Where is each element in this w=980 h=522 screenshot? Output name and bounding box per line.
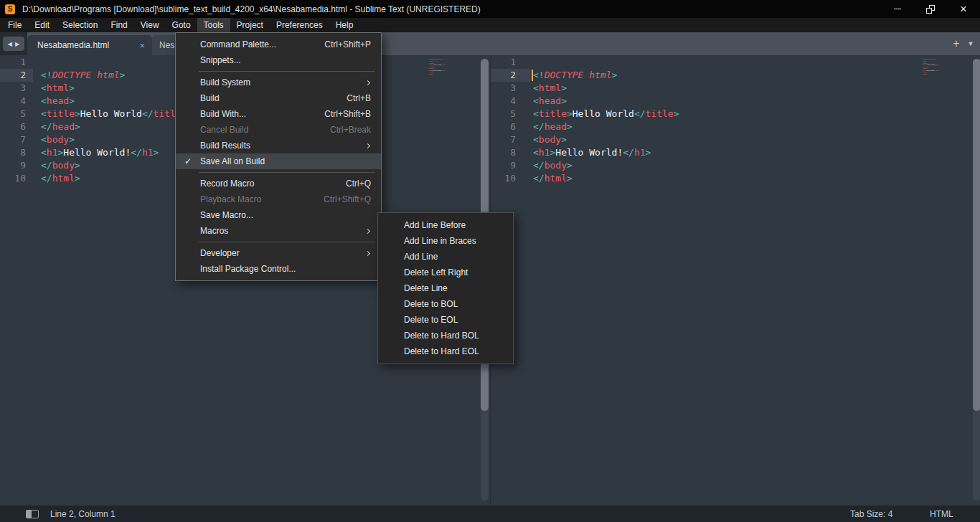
close-icon: × xyxy=(960,4,966,15)
code-line-2[interactable]: 2<!DOCTYPE html> xyxy=(491,69,980,82)
line-number[interactable]: 6 xyxy=(491,120,530,133)
tab-nesabamedia[interactable]: Nesabamedia.html × xyxy=(27,35,152,55)
menu-item-build-system[interactable]: Build System xyxy=(176,75,381,90)
menubar-item-preferences[interactable]: Preferences xyxy=(270,18,329,32)
line-number[interactable]: 5 xyxy=(491,108,530,120)
code-line-8[interactable]: 8<h1>Hello World!</h1> xyxy=(491,146,980,159)
line-number[interactable]: 3 xyxy=(491,82,530,95)
submenu-item-delete-to-bol[interactable]: Delete to BOL xyxy=(378,296,513,312)
line-number[interactable]: 5 xyxy=(0,108,33,120)
code-line-6[interactable]: 6</head> xyxy=(491,120,980,133)
menubar-item-selection[interactable]: Selection xyxy=(56,18,104,32)
code-line-10[interactable]: 10</html> xyxy=(491,172,980,185)
sublime-logo-icon: S xyxy=(5,4,15,14)
submenu-item-delete-left-right[interactable]: Delete Left Right xyxy=(378,265,513,280)
tab-overflow-icon[interactable]: ▼ xyxy=(964,35,977,52)
menu-item-build-with[interactable]: Build With...Ctrl+Shift+B xyxy=(176,106,381,122)
menubar-item-edit[interactable]: Edit xyxy=(28,18,56,32)
line-number[interactable]: 10 xyxy=(491,172,530,185)
syntax-status[interactable]: HTML xyxy=(930,509,953,519)
menu-item-playback-macro[interactable]: Playback MacroCtrl+Shift+Q xyxy=(176,191,381,207)
menubar-item-goto[interactable]: Goto xyxy=(166,18,197,32)
line-number[interactable]: 7 xyxy=(491,133,530,146)
line-number[interactable]: 9 xyxy=(0,159,33,172)
restore-icon xyxy=(926,5,935,14)
code-text: </html> xyxy=(530,172,573,185)
code-text: </body> xyxy=(530,159,573,172)
tab-scroll-right-icon[interactable]: ▶ xyxy=(15,41,19,47)
line-number[interactable]: 2 xyxy=(491,69,530,82)
submenu-item-delete-to-eol[interactable]: Delete to EOL xyxy=(378,312,513,328)
menu-item-macros[interactable]: Macros xyxy=(176,223,381,239)
submenu-arrow-icon xyxy=(365,80,370,85)
menu-item-snippets[interactable]: Snippets... xyxy=(176,52,381,68)
tab-bar: ◀ ▶ Nesabamedia.html × Nesa + ▼ xyxy=(0,32,980,55)
restore-button[interactable] xyxy=(914,0,947,18)
menubar-item-file[interactable]: File xyxy=(1,18,28,32)
tab-close-icon[interactable]: × xyxy=(139,40,145,51)
code-line-3[interactable]: 3<html> xyxy=(491,82,980,95)
menubar-item-tools[interactable]: Tools xyxy=(197,18,230,32)
menubar-item-view[interactable]: View xyxy=(134,18,166,32)
code-line-5[interactable]: 5<title>Hello World</title> xyxy=(491,108,980,120)
code-line-1[interactable]: 1 xyxy=(491,56,980,69)
scrollbar-track[interactable] xyxy=(973,59,980,500)
checkmark-icon: ✓ xyxy=(176,156,200,166)
code-line-10[interactable]: </html> xyxy=(922,73,967,75)
submenu-item-delete-line[interactable]: Delete Line xyxy=(378,280,513,296)
menu-item-build[interactable]: BuildCtrl+B xyxy=(176,90,381,106)
menu-item-record-macro[interactable]: Record MacroCtrl+Q xyxy=(176,176,381,191)
line-number[interactable]: 10 xyxy=(0,172,33,185)
menu-item-label: Cancel Build xyxy=(200,125,330,135)
menu-bar: FileEditSelectionFindViewGotoToolsProjec… xyxy=(0,18,980,32)
menubar-item-find[interactable]: Find xyxy=(104,18,133,32)
menu-item-build-results[interactable]: Build Results xyxy=(176,138,381,153)
line-number[interactable]: 1 xyxy=(491,56,530,69)
tab-size-status[interactable]: Tab Size: 4 xyxy=(850,509,892,519)
menubar-item-project[interactable]: Project xyxy=(230,18,270,32)
tab-scroll-left-icon[interactable]: ◀ xyxy=(8,41,12,47)
code-text: <h1>Hello World!</h1> xyxy=(530,146,651,159)
minimap[interactable]: <!DOCTYPE html><html><head><title>Hello … xyxy=(428,57,479,78)
code-text: <body> xyxy=(33,133,75,146)
minimap[interactable]: <!DOCTYPE html><html><head><title>Hello … xyxy=(922,57,974,78)
minimize-button[interactable] xyxy=(881,0,914,18)
line-number[interactable]: 7 xyxy=(0,133,33,146)
scrollbar-thumb[interactable] xyxy=(973,59,980,411)
submenu-item-add-line-before[interactable]: Add Line Before xyxy=(378,217,513,233)
code-line-10[interactable]: </html> xyxy=(428,73,473,75)
line-number[interactable]: 1 xyxy=(0,56,33,69)
sidebar-toggle-icon[interactable] xyxy=(26,510,39,518)
menu-item-cancel-build[interactable]: Cancel BuildCtrl+Break xyxy=(176,122,381,138)
line-number[interactable]: 4 xyxy=(0,95,33,108)
line-number[interactable]: 6 xyxy=(0,120,33,133)
line-number[interactable]: 4 xyxy=(491,95,530,108)
submenu-item-delete-to-hard-eol[interactable]: Delete to Hard EOL xyxy=(378,343,513,359)
menu-item-save-macro[interactable]: Save Macro... xyxy=(176,207,381,223)
line-number[interactable]: 8 xyxy=(491,146,530,159)
text-caret xyxy=(532,70,533,81)
tools-menu: Command Palette...Ctrl+Shift+PSnippets..… xyxy=(175,32,382,281)
line-number[interactable]: 3 xyxy=(0,82,33,95)
tab-scroll-controls: ◀ ▶ xyxy=(0,32,27,55)
editor-pane-right[interactable]: 12<!DOCTYPE html>3<html>4<head>5<title>H… xyxy=(490,55,980,506)
menu-item-save-all-on-build[interactable]: ✓Save All on Build xyxy=(176,153,381,169)
submenu-item-delete-to-hard-bol[interactable]: Delete to Hard BOL xyxy=(378,328,513,343)
new-tab-icon[interactable]: + xyxy=(948,35,964,52)
close-button[interactable]: × xyxy=(947,0,980,18)
menubar-item-help[interactable]: Help xyxy=(329,18,360,32)
submenu-item-add-line-in-braces[interactable]: Add Line in Braces xyxy=(378,233,513,249)
line-number[interactable]: 2 xyxy=(0,69,33,82)
code-line-4[interactable]: 4<head> xyxy=(491,95,980,108)
code-line-7[interactable]: 7<body> xyxy=(491,133,980,146)
code-line-9[interactable]: 9</body> xyxy=(491,159,980,172)
window-title: D:\Download\Programs [Download]\sublime_… xyxy=(22,4,481,14)
menu-item-command-palette[interactable]: Command Palette...Ctrl+Shift+P xyxy=(176,37,381,52)
menu-item-label: Record Macro xyxy=(200,179,346,189)
submenu-item-add-line[interactable]: Add Line xyxy=(378,249,513,265)
line-number[interactable]: 8 xyxy=(0,146,33,159)
line-number[interactable]: 9 xyxy=(491,159,530,172)
menu-item-install-package-control[interactable]: Install Package Control... xyxy=(176,261,381,277)
menu-item-developer[interactable]: Developer xyxy=(176,245,381,261)
tab-scroll-buttons[interactable]: ◀ ▶ xyxy=(3,37,24,51)
